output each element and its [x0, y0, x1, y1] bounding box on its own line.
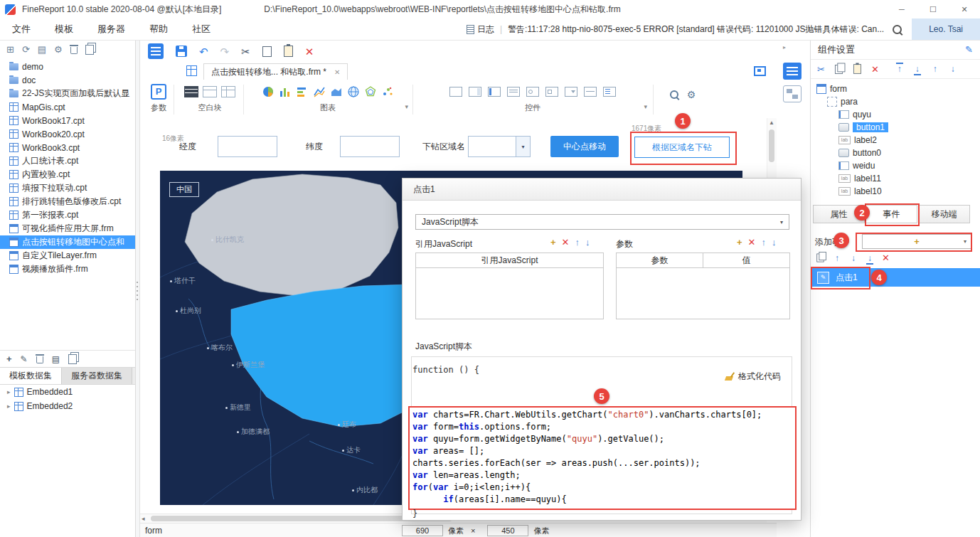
component-tree-item[interactable]: button1 [811, 121, 980, 134]
body-width-input[interactable]: 690 [402, 525, 443, 536]
pie-chart-icon[interactable] [262, 85, 275, 98]
delete-icon[interactable]: ✕ [871, 65, 879, 74]
ref-js-table[interactable]: 引用JavaScript [415, 252, 604, 319]
component-tree-item[interactable]: weidu [811, 159, 980, 172]
menu-item[interactable]: 服务器 [85, 18, 137, 40]
form-view-icon[interactable] [783, 63, 801, 80]
file-tree-item[interactable]: doc [0, 73, 135, 87]
script-code-area[interactable]: var charts=FR.Chart.WebUtils.getChart("c… [408, 406, 797, 510]
ref-down-icon[interactable]: ↓ [585, 237, 590, 248]
combobox-widget-icon[interactable] [565, 87, 577, 97]
event-list-item[interactable]: ✎ 点击1 [811, 268, 980, 287]
redo-icon[interactable]: ↷ [220, 46, 230, 57]
dialog-header[interactable]: 点击1 [403, 179, 801, 201]
format-code-button[interactable]: 格式化代码 [725, 371, 781, 383]
cut-icon[interactable]: ✂ [817, 65, 825, 74]
warning-message[interactable]: 警告:11:17:28 http-nio-8075-exec-5 ERROR [… [508, 23, 884, 36]
move-center-button[interactable]: 中心点移动 [550, 136, 619, 157]
dataset-item[interactable]: ▸ Embedded2 [0, 399, 135, 413]
file-tree-item[interactable]: 排行跳转辅色版修改后.cpt [0, 195, 135, 208]
event-type-select[interactable]: JavaScript脚本 ▾ [415, 214, 789, 230]
copy-event-icon[interactable] [816, 254, 824, 262]
report-block-icon[interactable] [184, 86, 198, 97]
radio-widget-icon[interactable] [526, 87, 539, 97]
copy-dataset-icon[interactable] [68, 354, 77, 364]
add-dataset-icon[interactable]: + [6, 353, 12, 364]
user-account[interactable]: Leo. Tsai [912, 18, 980, 40]
maximize-button[interactable]: ☐ [917, 5, 949, 14]
copy-icon[interactable] [85, 45, 94, 55]
move-top-icon[interactable]: ↑ [895, 65, 904, 73]
file-tree-item[interactable]: 点击按钮转移地图中心点和 [0, 235, 135, 249]
label-widget-icon[interactable] [488, 87, 501, 97]
add-event-dropdown[interactable]: + ▾ [862, 234, 971, 249]
paste-icon[interactable] [853, 64, 861, 74]
menu-item[interactable]: 社区 [180, 18, 223, 40]
file-tree-item[interactable]: 第一张报表.cpt [0, 208, 135, 222]
add-ref-icon[interactable]: + [550, 237, 556, 248]
component-tree-item[interactable]: button0 [811, 147, 980, 159]
new-template-icon[interactable]: ⊞ [6, 45, 14, 54]
zoom-icon[interactable] [670, 90, 678, 99]
dataset-item[interactable]: ▸ Embedded1 [0, 385, 135, 399]
delete-icon[interactable] [70, 47, 78, 54]
parameter-pane-icon[interactable]: P [151, 84, 166, 100]
widget-more-icon[interactable]: ▾ [644, 103, 647, 110]
gear-icon[interactable]: ⚙ [687, 90, 696, 100]
body-view-icon[interactable] [783, 85, 801, 102]
drill-region-combobox[interactable]: ▾ [468, 136, 531, 157]
status-form-label[interactable]: form [145, 526, 162, 536]
expand-icon[interactable]: ▸ [7, 388, 11, 395]
file-tree-item[interactable]: MapGis.cpt [0, 100, 135, 114]
params-table[interactable]: 参数 值 [616, 252, 790, 319]
textfield-widget-icon[interactable] [449, 87, 462, 97]
fit-window-icon[interactable] [754, 66, 766, 76]
tab-close-icon[interactable]: ✕ [334, 68, 340, 76]
component-tree-item[interactable]: lab label11 [811, 172, 980, 185]
component-tree-item[interactable]: lab label10 [811, 185, 980, 198]
copy-icon[interactable] [262, 46, 272, 57]
file-tree-item[interactable]: WorkBook3.cpt [0, 141, 135, 154]
edit-event-icon[interactable]: ✎ [817, 272, 829, 284]
scatter-chart-icon[interactable] [381, 85, 394, 98]
dataset-tab[interactable]: 服务器数据集 [62, 368, 132, 384]
table-block-icon[interactable] [221, 86, 235, 97]
line-chart-icon[interactable] [313, 85, 326, 98]
menu-item[interactable]: 帮助 [137, 18, 180, 40]
file-tree-item[interactable]: 内置校验.cpt [0, 168, 135, 181]
radar-chart-icon[interactable] [364, 85, 377, 98]
file-tree-item[interactable]: 自定义TileLayer.frm [0, 249, 135, 262]
dataset-tab[interactable]: 模板数据集 [0, 368, 62, 384]
expand-icon[interactable]: ▸ [7, 403, 11, 410]
file-tree-item[interactable]: 视频播放插件.frm [0, 262, 135, 276]
refresh-icon[interactable]: ⟳ [22, 45, 30, 54]
log-icon[interactable] [467, 25, 474, 34]
number-widget-icon[interactable] [584, 87, 597, 97]
delete-dataset-icon[interactable] [36, 356, 43, 363]
component-tree-item[interactable]: lab label2 [811, 134, 980, 147]
component-tree-item[interactable]: para [811, 95, 980, 108]
move-bottom-icon[interactable]: ↓ [913, 65, 922, 73]
map-chart-icon[interactable] [347, 85, 360, 98]
vertical-scroll-thumb[interactable] [769, 129, 774, 162]
event-move-bottom-icon[interactable]: ↓ [866, 254, 874, 262]
close-button[interactable]: ✕ [949, 5, 980, 14]
copy-icon[interactable] [835, 65, 843, 74]
cut-icon[interactable]: ✂ [241, 46, 250, 57]
search-icon[interactable] [893, 25, 902, 34]
drill-by-region-button[interactable]: 根据区域名下钻 [634, 137, 730, 158]
combobox-dropdown-icon[interactable]: ▾ [516, 137, 530, 156]
menu-item[interactable]: 文件 [0, 18, 43, 40]
param-up-icon[interactable]: ↑ [762, 237, 767, 248]
settings-tab[interactable]: 移动端 [918, 205, 970, 223]
minimize-button[interactable]: ─ [886, 5, 917, 14]
paste-icon[interactable] [284, 46, 293, 57]
file-tree-item[interactable]: 可视化插件应用大屏.frm [0, 222, 135, 235]
preview-dataset-icon[interactable]: ▤ [52, 354, 60, 364]
file-tree-item[interactable]: WorkBook17.cpt [0, 114, 135, 127]
file-tree-item[interactable]: demo [0, 60, 135, 73]
remove-ref-icon[interactable]: ✕ [562, 237, 570, 248]
move-up-icon[interactable]: ↑ [931, 65, 939, 73]
menu-item[interactable]: 模板 [43, 18, 85, 40]
report-grid-icon[interactable] [186, 65, 197, 76]
